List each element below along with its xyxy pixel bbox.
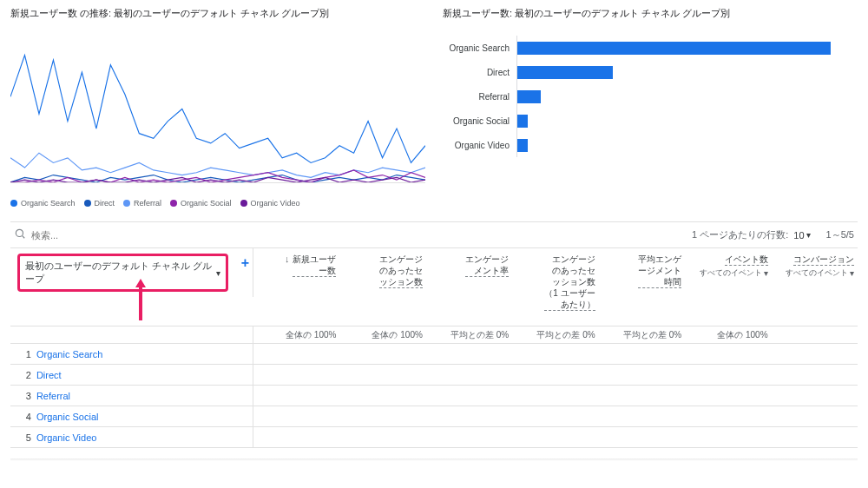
summary-cell: 全体の 100%: [339, 329, 425, 341]
bar-label: Organic Search: [443, 43, 516, 53]
row-dimension[interactable]: Referral: [36, 391, 253, 401]
table-row[interactable]: 5Organic Video: [10, 427, 858, 448]
table-header-row: 最初のユーザーのデフォルト チャネル グループ ▾ + ↓新規ユーザー数エンゲー…: [10, 248, 858, 326]
legend-label: Direct: [95, 199, 115, 208]
metric-label: コンバージョン: [793, 254, 854, 266]
bar-fill: [517, 115, 528, 128]
metric-label: エンゲージのあったセッション数（1 ユーザーあたり）: [544, 254, 595, 311]
bar-label: Organic Video: [443, 141, 516, 150]
metric-label: エンゲージメント率: [465, 254, 509, 277]
bar-fill: [517, 42, 831, 55]
summary-cell: 全体の 100%: [253, 329, 339, 341]
bar-chart[interactable]: Organic SearchDirectReferralOrganic Soci…: [443, 27, 858, 183]
bar-track: [516, 60, 858, 84]
legend-item[interactable]: Organic Search: [10, 199, 76, 208]
bar-label: Referral: [443, 92, 516, 102]
summary-cell: 平均との差 0%: [599, 329, 685, 341]
pagination-range: 1～5/5: [826, 228, 854, 241]
chevron-down-icon: ▾: [764, 268, 768, 278]
svg-line-1: [23, 236, 25, 239]
metric-header[interactable]: ↓新規ユーザー数: [253, 248, 339, 316]
row-number: 2: [10, 370, 36, 380]
legend-label: Organic Social: [181, 199, 232, 208]
search-row: 1 ページあたりの行数: 10 ▾ 1～5/5: [10, 222, 858, 248]
row-number: 3: [10, 391, 36, 401]
bar-track: [516, 133, 858, 157]
bar-track: [516, 109, 858, 133]
table-summary-row: 全体の 100%全体の 100%平均との差 0%平均との差 0%平均との差 0%…: [10, 326, 858, 344]
metric-label: イベント数: [725, 254, 768, 266]
table-row[interactable]: 3Referral: [10, 386, 858, 406]
search-icon: [14, 228, 26, 242]
chevron-down-icon: ▾: [850, 268, 854, 278]
bar-fill: [517, 90, 541, 103]
legend-label: Organic Search: [21, 199, 76, 208]
row-dimension[interactable]: Direct: [36, 370, 253, 380]
legend-label: Organic Video: [251, 199, 300, 208]
metric-header[interactable]: エンゲージのあったセッション数: [339, 248, 425, 316]
metric-header[interactable]: イベント数すべてのイベント▾: [685, 248, 771, 316]
table-row[interactable]: 4Organic Social: [10, 406, 858, 427]
table-row[interactable]: 2Direct: [10, 365, 858, 386]
line-chart[interactable]: [10, 27, 425, 183]
legend-item[interactable]: Organic Social: [170, 199, 232, 208]
row-dimension[interactable]: Organic Video: [36, 432, 253, 443]
row-number: 1: [10, 349, 36, 359]
pagination: 1 ページあたりの行数: 10 ▾ 1～5/5: [692, 228, 854, 241]
summary-cell: [772, 329, 858, 341]
bar-label: Direct: [443, 68, 516, 77]
bar-chart-title: 新規ユーザー数: 最初のユーザーのデフォルト チャネル グループ別: [443, 7, 858, 20]
chevron-down-icon: ▾: [806, 230, 811, 240]
legend-label: Referral: [134, 199, 161, 208]
metric-header[interactable]: エンゲージのあったセッション数（1 ユーザーあたり）: [512, 248, 598, 316]
sort-arrow-icon: ↓: [285, 254, 290, 264]
legend-dot-icon: [10, 200, 17, 207]
bar-track: [516, 84, 858, 109]
search-input[interactable]: [31, 230, 687, 241]
bar-row[interactable]: Organic Video: [443, 133, 858, 157]
bar-fill: [517, 66, 613, 79]
metric-header[interactable]: エンゲージメント率: [426, 248, 512, 316]
rows-per-page-select[interactable]: 10 ▾: [793, 230, 810, 241]
metric-header[interactable]: 平均エンゲージメント時間: [599, 248, 685, 316]
legend-dot-icon: [123, 200, 130, 207]
row-dimension[interactable]: Organic Social: [36, 412, 253, 422]
legend-dot-icon: [84, 200, 91, 207]
line-chart-title: 新規ユーザー数 の推移: 最初のユーザーのデフォルト チャネル グループ別: [10, 7, 425, 20]
line-chart-legend: Organic SearchDirectReferralOrganic Soci…: [10, 199, 425, 208]
bar-row[interactable]: Organic Search: [443, 36, 858, 60]
table-row[interactable]: 1Organic Search: [10, 344, 858, 365]
annotation-arrow-icon: [132, 279, 149, 322]
legend-dot-icon: [170, 200, 177, 207]
summary-cell: 平均との差 0%: [512, 329, 598, 341]
legend-dot-icon: [240, 200, 247, 207]
metric-label: 新規ユーザー数: [293, 254, 336, 277]
bar-row[interactable]: Direct: [443, 60, 858, 84]
row-dimension[interactable]: Organic Search: [36, 349, 253, 359]
bar-label: Organic Social: [443, 116, 516, 126]
summary-cell: 平均との差 0%: [426, 329, 512, 341]
legend-item[interactable]: Direct: [84, 199, 115, 208]
svg-point-0: [16, 229, 23, 236]
bar-row[interactable]: Organic Social: [443, 109, 858, 133]
metric-sublabel[interactable]: すべてのイベント▾: [786, 267, 854, 279]
rows-per-page-label: 1 ページあたりの行数:: [692, 228, 788, 241]
line-chart-panel: 新規ユーザー数 の推移: 最初のユーザーのデフォルト チャネル グループ別 Or…: [10, 7, 425, 208]
dimension-selector[interactable]: 最初のユーザーのデフォルト チャネル グループ ▾: [17, 254, 228, 292]
row-number: 5: [10, 432, 36, 443]
bar-track: [516, 36, 858, 60]
metric-sublabel[interactable]: すべてのイベント▾: [700, 267, 768, 279]
row-number: 4: [10, 412, 36, 422]
legend-item[interactable]: Organic Video: [240, 199, 300, 208]
chevron-down-icon: ▾: [216, 268, 220, 278]
metric-header[interactable]: コンバージョンすべてのイベント▾: [772, 248, 858, 316]
svg-marker-3: [135, 279, 146, 287]
metric-label: エンゲージのあったセッション数: [379, 254, 423, 288]
bar-row[interactable]: Referral: [443, 84, 858, 109]
legend-item[interactable]: Referral: [123, 199, 161, 208]
dimension-header-cell: 最初のユーザーのデフォルト チャネル グループ ▾ +: [10, 248, 253, 297]
summary-cell: 全体の 100%: [685, 329, 771, 341]
bar-fill: [517, 139, 528, 152]
add-dimension-button[interactable]: +: [241, 255, 249, 271]
bottom-shadow: [10, 458, 858, 461]
